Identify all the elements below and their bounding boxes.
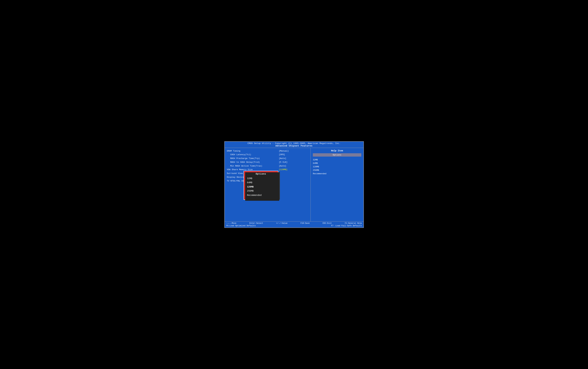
menu-item-value: [128MB] xyxy=(279,168,288,171)
menu-item[interactable]: Min RAS# Active Time(Tras)[Auto] xyxy=(227,164,309,168)
footer-f1: F1:General Help xyxy=(345,222,362,224)
menu-item-label: RAS# to CAS# Delay(Trcd) xyxy=(227,161,279,164)
footer-row1: ↑↓←→:Move Enter:Select +/-/:Value F10:Sa… xyxy=(226,222,362,224)
right-options-list: 32MB64MB128MB256MBRecommended xyxy=(313,158,361,175)
title-line2: Advanced Chipset Features xyxy=(226,145,362,147)
menu-item[interactable]: RAS# Precharge Time(Trp)[Auto] xyxy=(227,157,309,160)
footer-esc: ESC:Exit xyxy=(323,222,332,224)
top-bar: CMOS Setup Utility - Copyright (C) 1985-… xyxy=(225,142,363,148)
help-option: 256MB xyxy=(313,169,361,172)
menu-item-label: DRAM Timing xyxy=(227,150,279,153)
dropdown-title: Options xyxy=(247,173,275,175)
menu-item[interactable]: CAS# Latency(Tcl)[SPD] xyxy=(227,153,309,156)
menu-item-value: [SPD] xyxy=(279,153,285,156)
footer-f6: F6:Load Optimized Defaults xyxy=(226,225,256,227)
bios-screen: CMOS Setup Utility - Copyright (C) 1985-… xyxy=(223,140,365,229)
bios-container: CMOS Setup Utility - Copyright (C) 1985-… xyxy=(224,141,364,228)
dropdown-option[interactable]: 128MB xyxy=(247,185,275,189)
menu-item-label: Min RAS# Active Time(Tras) xyxy=(227,164,279,168)
help-option: 128MB xyxy=(313,165,361,169)
help-title: Help Item xyxy=(313,150,361,152)
dropdown-list: 32MB64MB128MB256MBRecommended xyxy=(247,176,275,197)
menu-item[interactable]: RAS# to CAS# Delay(Trcd)[5 CLK] xyxy=(227,161,309,164)
menu-item-value: [5 CLK] xyxy=(279,161,288,164)
footer-row2: F6:Load Optimized Defaults F7 :Load Fail… xyxy=(226,225,362,227)
menu-item-value: [Auto] xyxy=(279,157,286,160)
left-panel: DRAM Timing[Manual]CAS# Latency(Tcl)[SPD… xyxy=(225,148,311,221)
help-option: Recommended xyxy=(313,172,361,175)
bottom-bar: ↑↓←→:Move Enter:Select +/-/:Value F10:Sa… xyxy=(225,221,363,227)
dropdown-option[interactable]: 256MB xyxy=(247,189,275,193)
help-option: 32MB xyxy=(313,158,361,162)
menu-item-label: RAS# Precharge Time(Trp) xyxy=(227,157,279,160)
footer-f10: F10:Save xyxy=(300,222,310,224)
help-option: 64MB xyxy=(313,162,361,165)
options-bar: Options xyxy=(313,153,361,157)
footer-enter: Enter:Select xyxy=(249,222,263,224)
footer-f7: F7 :Load Fail-Safe Defaults xyxy=(331,225,362,227)
menu-item-label: CAS# Latency(Tcl) xyxy=(227,153,279,156)
footer-value: +/-/:Value xyxy=(276,222,288,224)
footer-move: ↑↓←→:Move xyxy=(226,222,237,224)
dropdown-option[interactable]: 32MB xyxy=(247,176,275,181)
menu-item-value: [Manual] xyxy=(279,150,289,153)
dropdown-option[interactable]: 64MB xyxy=(247,181,275,185)
menu-item[interactable]: DRAM Timing[Manual] xyxy=(227,150,309,153)
main-area: DRAM Timing[Manual]CAS# Latency(Tcl)[SPD… xyxy=(225,148,363,221)
menu-item-value: [Auto] xyxy=(279,164,286,168)
dropdown-option[interactable]: Recommended xyxy=(247,193,275,197)
title-line1: CMOS Setup Utility - Copyright (C) 1985-… xyxy=(226,142,362,145)
dropdown-popup[interactable]: Options 32MB64MB128MB256MBRecommended xyxy=(244,171,278,200)
right-panel: Help Item Options 32MB64MB128MB256MBReco… xyxy=(311,148,363,221)
